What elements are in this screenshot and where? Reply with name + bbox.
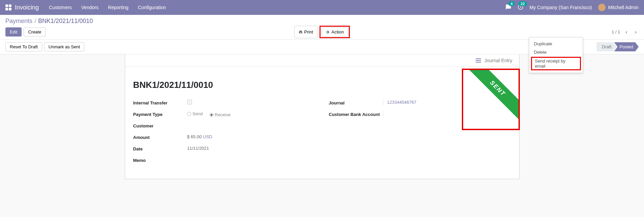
nav-reporting[interactable]: Reporting (108, 5, 129, 10)
value-internal-transfer (187, 100, 315, 106)
menu-duplicate[interactable]: Duplicate (529, 40, 583, 48)
menu-delete[interactable]: Delete (529, 48, 583, 56)
ribbon-area: SENT (462, 69, 519, 127)
app-brand[interactable]: Invoicing (15, 4, 39, 11)
print-label: Print (304, 29, 313, 34)
action-label: Action (331, 29, 344, 34)
value-amount: $ 65.00 USD (187, 134, 315, 140)
journal-entry-button[interactable]: Journal Entry (476, 58, 512, 63)
label-payment-type: Payment Type (133, 111, 187, 117)
pager-prev[interactable]: ‹ (623, 28, 629, 36)
user-menu[interactable]: Mitchell Admin (598, 4, 639, 11)
record-title: BNK1/2021/11/0010 (133, 80, 511, 90)
unmark-sent-button[interactable]: Unmark as Sent (44, 42, 84, 51)
value-date: 11/11/2021 (187, 146, 315, 152)
breadcrumb-sep: / (34, 18, 36, 25)
pager-next[interactable]: › (633, 28, 639, 36)
control-panel: Payments / BNK1/2021/11/0010 Edit Create… (0, 15, 644, 40)
action-dropdown: Duplicate Delete Send receipt by email (529, 37, 583, 73)
label-memo: Memo (133, 157, 187, 163)
journal-entry-label: Journal Entry (484, 58, 512, 63)
breadcrumb-current: BNK1/2021/11/0010 (38, 18, 93, 25)
user-name: Mitchell Admin (608, 5, 639, 10)
status-posted[interactable]: Posted (614, 42, 639, 51)
label-customer: Customer (133, 123, 187, 128)
radio-receive[interactable]: Receive (209, 112, 231, 117)
nav-configuration[interactable]: Configuration (138, 5, 166, 10)
hamburger-icon (476, 58, 481, 63)
menu-send-receipt[interactable]: Send receipt by email (531, 57, 581, 70)
apps-icon[interactable] (5, 4, 11, 10)
print-button[interactable]: Print (294, 26, 318, 38)
activities-badge: 22 (519, 1, 527, 6)
edit-button[interactable]: Edit (5, 27, 22, 37)
value-customer (187, 123, 315, 129)
avatar-icon (598, 4, 606, 11)
label-journal: Journal (329, 100, 383, 105)
create-button[interactable]: Create (24, 27, 46, 37)
value-payment-type: Send Receive (187, 111, 315, 117)
label-date: Date (133, 146, 187, 151)
action-button[interactable]: Action (321, 27, 348, 37)
print-icon (299, 30, 303, 34)
reset-draft-button[interactable]: Reset To Draft (5, 42, 42, 51)
top-navbar: Invoicing Customers Vendors Reporting Co… (0, 0, 644, 15)
pager-text: 1 / 1 (612, 29, 620, 34)
form-sheet: Journal Entry SENT BNK1/2021/11/0010 Int… (125, 54, 520, 179)
form-left-col: Internal Transfer Payment Type Send Rece… (133, 100, 315, 169)
breadcrumb-root[interactable]: Payments (5, 18, 32, 25)
label-cust-bank-acc: Customer Bank Account (329, 111, 383, 117)
breadcrumb: Payments / BNK1/2021/11/0010 (5, 18, 639, 25)
messages-icon[interactable]: 4 (505, 4, 511, 11)
label-amount: Amount (133, 134, 187, 140)
nav-vendors[interactable]: Vendors (81, 5, 99, 10)
activities-icon[interactable]: 22 (517, 4, 524, 11)
gear-icon (326, 30, 330, 34)
sent-ribbon: SENT (464, 69, 519, 122)
nav-customers[interactable]: Customers (49, 5, 72, 10)
value-memo (187, 157, 315, 163)
messages-badge: 4 (508, 1, 514, 6)
status-draft[interactable]: Draft (596, 42, 617, 51)
company-selector[interactable]: My Company (San Francisco) (530, 5, 592, 10)
checkbox-icon[interactable] (187, 100, 192, 104)
radio-send[interactable]: Send (187, 111, 203, 116)
label-internal-transfer: Internal Transfer (133, 100, 187, 105)
action-highlight: Action (319, 26, 350, 38)
